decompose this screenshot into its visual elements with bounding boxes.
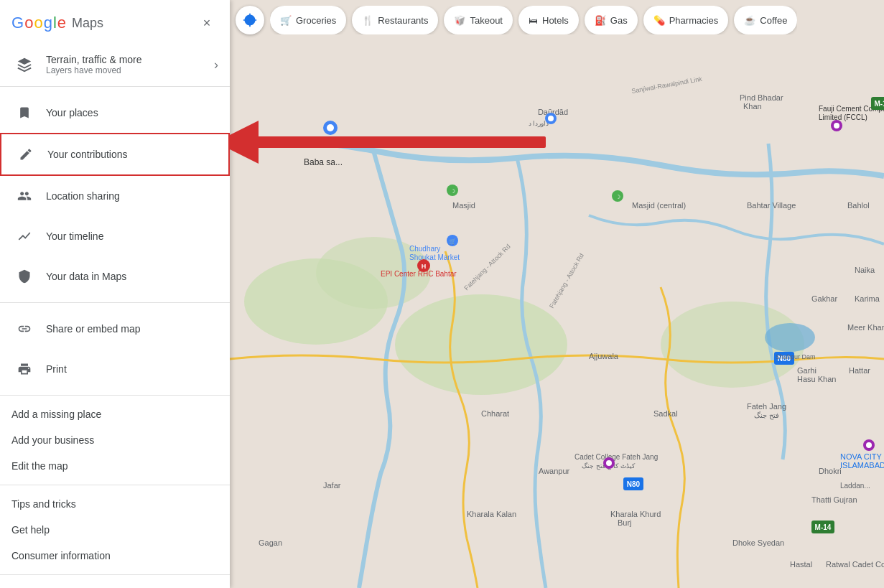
svg-text:NOVA CITY: NOVA CITY — [840, 452, 883, 461]
link-icon — [11, 316, 37, 342]
svg-point-60 — [327, 124, 334, 131]
bookmark-icon — [11, 100, 37, 126]
gas-label: Gas — [610, 15, 628, 26]
svg-text:Naika: Naika — [855, 266, 875, 274]
svg-text:Thatti Gujran: Thatti Gujran — [811, 495, 857, 504]
svg-text:H: H — [422, 263, 427, 270]
chevron-right-icon: › — [214, 57, 218, 73]
google-logo: Google — [11, 14, 66, 32]
svg-text:Hasu Khan: Hasu Khan — [797, 375, 836, 383]
svg-text:ISLAMABAD: ISLAMABAD — [840, 461, 884, 470]
svg-text:Garhi: Garhi — [797, 366, 816, 375]
svg-text:Bahlol: Bahlol — [847, 201, 870, 210]
pill-gas[interactable]: ⛽ Gas — [585, 6, 638, 34]
sidebar-item-your-timeline[interactable]: Your timeline — [0, 216, 230, 256]
svg-text:Shahpur Dam: Shahpur Dam — [776, 353, 816, 360]
restaurants-label: Restaurants — [378, 15, 428, 26]
svg-text:Chudhary: Chudhary — [409, 245, 440, 253]
coffee-icon: ☕ — [744, 15, 755, 26]
hotels-icon: 🛏 — [529, 15, 538, 26]
sidebar-item-your-data[interactable]: Your data in Maps — [0, 256, 230, 297]
svg-text:Meer Khan: Meer Khan — [847, 323, 884, 332]
svg-point-70 — [548, 116, 554, 121]
gas-icon: ⛽ — [595, 15, 606, 26]
svg-point-76 — [866, 442, 872, 448]
timeline-icon — [11, 223, 37, 249]
close-button[interactable]: × — [195, 11, 218, 34]
svg-text:Masjid: Masjid — [452, 201, 475, 210]
logo-g2: g — [44, 14, 52, 32]
svg-text:Cadet College Fateh Jang: Cadet College Fateh Jang — [574, 453, 658, 461]
pharmacies-label: Pharmacies — [669, 15, 719, 26]
terrain-subtitle: Layers have moved — [46, 65, 214, 75]
sidebar-item-share-embed[interactable]: Share or embed map — [0, 309, 230, 349]
svg-text:☽: ☽ — [450, 188, 455, 195]
my-location-button[interactable] — [236, 6, 264, 34]
people-icon — [11, 183, 37, 209]
menu-section-3: Add a missing place Add your business Ed… — [0, 396, 230, 485]
sidebar: Google Maps × Terrain, traffic & more La… — [0, 0, 230, 588]
svg-text:فتح جنگ: فتح جنگ — [754, 411, 779, 420]
contributions-icon — [13, 141, 39, 167]
svg-text:Gakhar: Gakhar — [811, 294, 837, 303]
your-timeline-label: Your timeline — [46, 230, 103, 242]
pill-takeout[interactable]: 🥡 Takeout — [444, 6, 513, 34]
share-embed-label: Share or embed map — [46, 323, 141, 335]
logo-o2: o — [34, 14, 42, 32]
hotels-label: Hotels — [542, 15, 569, 26]
menu-section-5: Language 🌐 Search settings Maps activity — [0, 575, 230, 588]
terrain-item[interactable]: Terrain, traffic & more Layers have move… — [0, 43, 230, 87]
svg-text:Ratwal Cadet College: Ratwal Cadet College — [826, 560, 884, 569]
svg-text:Laddan...: Laddan... — [840, 482, 870, 490]
svg-text:Karima: Karima — [855, 294, 880, 303]
svg-text:Dhoke Syedan: Dhoke Syedan — [732, 538, 784, 547]
svg-point-3 — [395, 294, 567, 395]
sidebar-item-get-help[interactable]: Get help — [0, 517, 230, 543]
svg-text:Pind Bhadar: Pind Bhadar — [740, 93, 783, 102]
sidebar-item-print[interactable]: Print — [0, 349, 230, 389]
print-icon — [11, 356, 37, 382]
sidebar-item-your-contributions[interactable]: Your contributions — [0, 133, 230, 176]
svg-text:Masjid (central): Masjid (central) — [632, 201, 686, 210]
svg-text:Hattar: Hattar — [849, 366, 870, 375]
coffee-label: Coffee — [760, 15, 787, 26]
sidebar-item-tips-tricks[interactable]: Tips and tricks — [0, 491, 230, 517]
pill-coffee[interactable]: ☕ Coffee — [734, 6, 797, 34]
category-pills: 🛒 Groceries 🍴 Restaurants 🥡 Takeout 🛏 Ho… — [270, 6, 797, 34]
svg-text:🛒: 🛒 — [449, 238, 456, 245]
pill-restaurants[interactable]: 🍴 Restaurants — [352, 6, 438, 34]
pill-groceries[interactable]: 🛒 Groceries — [270, 6, 346, 34]
svg-text:Gagan: Gagan — [259, 538, 282, 547]
your-places-label: Your places — [46, 107, 98, 118]
sidebar-item-add-missing-place[interactable]: Add a missing place — [0, 401, 230, 427]
svg-text:Ajjuwala: Ajjuwala — [589, 352, 619, 360]
layers-icon — [11, 52, 37, 78]
sidebar-item-consumer-info[interactable]: Consumer information — [0, 543, 230, 569]
sidebar-item-your-places[interactable]: Your places — [0, 93, 230, 133]
sidebar-item-edit-map[interactable]: Edit the map — [0, 453, 230, 479]
sidebar-item-language[interactable]: Language 🌐 — [0, 581, 230, 588]
pill-hotels[interactable]: 🛏 Hotels — [518, 6, 579, 34]
svg-text:Shoukat Market: Shoukat Market — [409, 253, 460, 261]
svg-text:Fateh Jang: Fateh Jang — [747, 402, 786, 411]
menu-section-1: Your places Your contributions Location … — [0, 87, 230, 303]
sidebar-item-location-sharing[interactable]: Location sharing — [0, 176, 230, 216]
svg-text:Kharala Khurd: Kharala Khurd — [610, 510, 661, 518]
menu-section-2: Share or embed map Print — [0, 303, 230, 396]
takeout-label: Takeout — [470, 15, 503, 26]
svg-text:N80: N80 — [627, 480, 641, 488]
svg-text:☽: ☽ — [615, 194, 620, 200]
svg-text:Awanpur: Awanpur — [539, 467, 570, 475]
svg-text:Bahtar Village: Bahtar Village — [747, 201, 796, 210]
pharmacies-icon: 💊 — [653, 15, 665, 26]
pill-pharmacies[interactable]: 💊 Pharmacies — [643, 6, 729, 34]
groceries-label: Groceries — [296, 15, 336, 26]
svg-text:Dhokri: Dhokri — [819, 467, 842, 475]
your-contributions-label: Your contributions — [47, 149, 128, 160]
restaurants-icon: 🍴 — [362, 15, 373, 26]
svg-text:Chharat: Chharat — [481, 409, 509, 418]
location-sharing-label: Location sharing — [46, 190, 120, 202]
sidebar-item-add-business[interactable]: Add your business — [0, 427, 230, 453]
svg-text:EPI Center RHC Bahtar: EPI Center RHC Bahtar — [381, 270, 457, 278]
terrain-text: Terrain, traffic & more Layers have move… — [46, 54, 214, 75]
